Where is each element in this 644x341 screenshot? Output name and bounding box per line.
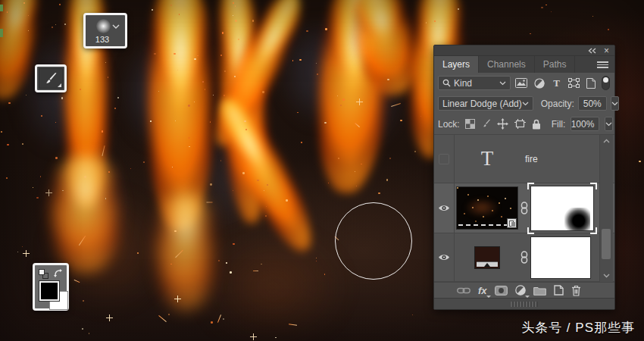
ember-glow [197,227,349,341]
lock-artboard-icon[interactable] [514,119,526,129]
layer-style-button[interactable]: fx [478,286,487,296]
eye-icon [438,253,450,261]
layer-mask-selected[interactable] [530,186,594,231]
delete-layer-icon[interactable] [571,285,581,296]
swap-colors-icon[interactable] [53,268,63,278]
lock-label: Lock: [438,119,460,130]
svg-text:T: T [553,78,560,88]
edge-artifact [0,29,3,37]
layer-name[interactable]: fire [525,154,538,164]
brush-size-value: 133 [86,35,119,44]
fill-value: 100% [571,119,595,130]
tool-flyout-corner-icon [58,83,61,87]
collapse-panels-icon[interactable] [588,48,597,54]
brush-preset-picker[interactable]: 133 [83,13,127,48]
panel-header: × [434,45,614,56]
mask-link-icon[interactable] [520,202,529,214]
link-layers-icon[interactable] [457,287,470,294]
filter-kind-label: Kind [454,78,496,89]
layer-row-smart-object[interactable] [434,183,614,233]
soft-brush-preview-icon [96,19,111,33]
opacity-value-field[interactable]: 50% [578,96,607,111]
photoshop-workspace: 133 [0,0,644,341]
chevron-down-icon [522,102,529,106]
resize-grip-icon [511,302,538,307]
tab-layers[interactable]: Layers [434,56,479,73]
edge-artifact [0,5,3,11]
visibility-toggle[interactable] [434,135,455,183]
layer-row-adjustment[interactable] [434,233,614,282]
fx-icon: fx [478,285,487,296]
layer-row-text-fire[interactable]: T fire [434,135,614,183]
fire-letter-flame [154,193,217,311]
search-icon [442,79,451,87]
brush-icon [43,71,58,86]
layers-list: T fire [434,134,614,282]
fill-value-field[interactable]: 100% [571,117,599,131]
add-layer-mask-icon[interactable] [495,286,508,296]
blend-options-bar: Linear Dodge (Add) Opacity: 50% [434,93,614,114]
panel-menu-icon[interactable] [597,61,608,68]
filter-kind-dropdown[interactable]: Kind [438,76,511,90]
scroll-down-icon[interactable] [603,274,610,278]
chevron-down-icon [499,81,506,86]
layer-mask[interactable] [530,236,591,279]
lock-image-pixels-icon[interactable] [481,119,491,129]
lock-transparent-pixels-icon[interactable] [465,119,475,129]
chevron-down-icon [611,102,618,106]
mask-painted-area [564,208,590,230]
panel-resize-strip[interactable] [434,298,614,309]
close-panel-icon[interactable]: × [604,47,609,55]
filter-smart-objects-icon[interactable] [586,78,596,89]
filter-adjustment-layers-icon[interactable] [534,78,545,89]
panel-tabs: Layers Channels Paths [434,56,614,73]
opacity-label: Opacity: [541,99,574,109]
mask-link-icon[interactable] [520,251,529,264]
tab-channels[interactable]: Channels [479,56,535,73]
new-adjustment-layer-icon[interactable] [515,285,526,296]
visibility-toggle[interactable] [434,233,455,281]
blend-mode-value: Linear Dodge (Add) [442,99,522,109]
chevron-down-icon [605,122,612,127]
filter-pixel-layers-icon[interactable] [515,78,527,88]
layers-scrollbar[interactable] [599,135,613,282]
scrollbar-thumb[interactable] [602,229,611,259]
fill-slider-button[interactable] [605,117,613,131]
tab-paths[interactable]: Paths [535,56,576,73]
opacity-value: 50% [583,99,602,109]
lock-all-icon[interactable] [532,119,541,130]
blend-mode-dropdown[interactable]: Linear Dodge (Add) [438,96,533,111]
brush-cursor-circle [335,202,412,280]
eye-icon [438,204,450,212]
filter-toggle-switch[interactable] [602,76,610,90]
smart-object-badge-icon [507,218,517,228]
filter-shape-layers-icon[interactable] [568,78,580,88]
layers-panel: × Layers Channels Paths Kind [433,45,615,310]
visibility-off-box [439,154,449,164]
watermark-text: 头条号 / PS那些事 [521,319,635,336]
fire-letter-flame [48,155,123,273]
fill-label: Fill: [552,119,566,130]
type-layer-thumbnail[interactable]: T [481,149,494,169]
new-layer-icon[interactable] [554,285,564,296]
layer-thumbnail-sparks[interactable] [456,186,518,230]
panel-footer: fx [434,282,614,298]
default-colors-icon[interactable] [39,269,48,279]
foreground-color-swatch[interactable] [39,281,59,301]
new-group-icon[interactable] [533,286,546,296]
layer-filter-bar: Kind T [434,73,614,93]
chevron-down-icon [112,24,120,29]
scroll-up-icon[interactable] [603,139,610,143]
filter-type-layers-icon[interactable]: T [552,78,561,88]
color-control [33,263,69,311]
adjustment-layer-thumbnail[interactable] [474,246,500,269]
lock-options-bar: Lock: Fill: 1 [434,114,614,134]
visibility-toggle[interactable] [434,183,455,233]
lock-position-icon[interactable] [497,118,508,130]
opacity-slider-button[interactable] [611,96,619,111]
brush-tool-button[interactable] [35,64,67,92]
